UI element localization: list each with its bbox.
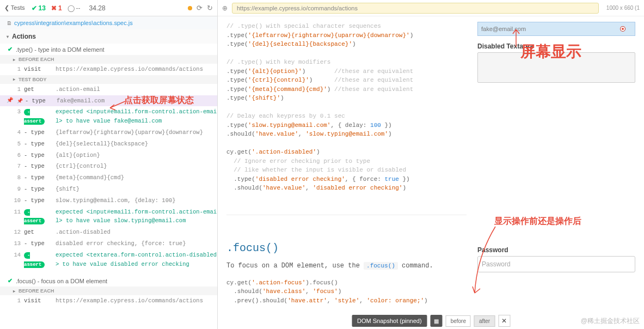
code-line: .prev().should('have.attr', 'style', 'co… xyxy=(226,296,467,306)
caret-icon[interactable]: ▸ xyxy=(13,57,15,62)
code-line: // .type() with special character sequen… xyxy=(226,22,467,31)
command-row[interactable]: 3- assertexpected <input#email1.form-con… xyxy=(0,106,217,127)
command-row[interactable]: 7- type{ctrl}{control} xyxy=(0,161,217,172)
code-line xyxy=(226,49,467,58)
test-row[interactable]: ✔ .focus() - focus on a DOM element xyxy=(0,275,217,287)
code-line: // Delay each keypress by 0.1 sec xyxy=(226,112,467,121)
command-row[interactable]: 9- type{shift} xyxy=(0,184,217,195)
code-line xyxy=(226,103,467,112)
url-bar: ⊕ https://example.cypress.io/commands/ac… xyxy=(218,0,644,16)
duration: 34.28 xyxy=(89,4,106,12)
code-line: .type('{ctrl}{control}') //these are equ… xyxy=(226,76,467,85)
test-row[interactable]: ✔ .type() - type into a DOM element xyxy=(0,44,217,55)
snapshot-label: DOM Snapshot (pinned) xyxy=(352,315,427,327)
snapshot-highlight-icon[interactable]: ▦ xyxy=(431,315,443,327)
caret-icon[interactable]: ▸ xyxy=(13,289,15,294)
code-line: .type('slow.typing@email.com', { delay: … xyxy=(226,121,467,130)
spec-file-path[interactable]: 🗎 cypress\integration\examples\actions.s… xyxy=(0,16,217,29)
check-icon: ✔ xyxy=(8,277,13,284)
code-line: .type('{del}{selectall}{backspace}') xyxy=(226,40,467,49)
inline-code: .focus() xyxy=(364,262,398,270)
code-line: .should('have.class', 'focus') xyxy=(226,287,467,296)
assert-badge: - assert xyxy=(24,252,45,268)
command-row[interactable]: 1get.action-email xyxy=(0,84,217,95)
code-line: // like whether the input is visible or … xyxy=(226,166,467,175)
command-row[interactable]: 1 visit https://example.cypress.io/comma… xyxy=(0,64,217,75)
fail-count: ✖ 1 xyxy=(51,4,62,12)
pin-icon: 📌 xyxy=(7,96,13,105)
focus-description: To focus on a DOM element, use the .focu… xyxy=(226,261,467,271)
code-example: // .type() with special character sequen… xyxy=(226,22,467,324)
code-line: .type('{leftarrow}{rightarrow}{uparrow}{… xyxy=(226,31,467,40)
code-line: // .type() with key modifiers xyxy=(226,58,467,67)
assert-badge: - assert xyxy=(24,209,45,225)
command-row[interactable]: 4- type{leftarrow}{rightarrow}{uparrow}{… xyxy=(0,127,217,138)
caret-icon[interactable]: ▾ xyxy=(7,34,9,39)
command-row[interactable]: 1 visit https://example.cypress.io/comma… xyxy=(0,295,217,307)
code-line: .should('have.value', 'slow.typing@email… xyxy=(226,130,467,139)
command-row[interactable]: 10- typeslow.typing@email.com, {delay: 1… xyxy=(0,195,217,206)
disabled-textarea-label: Disabled Textarea xyxy=(477,42,635,50)
check-icon: ✔ xyxy=(8,46,13,53)
password-input-preview[interactable]: Password xyxy=(477,256,635,272)
command-row[interactable]: 📌- typefake@email.com xyxy=(0,95,217,107)
disabled-textarea-preview xyxy=(477,52,635,83)
status-dot-icon xyxy=(188,6,192,10)
url-display[interactable]: https://example.cypress.io/commands/acti… xyxy=(232,3,599,14)
suite-title[interactable]: ▾ Actions xyxy=(0,29,217,44)
command-row[interactable]: 11- assertexpected <input#email1.form-co… xyxy=(0,206,217,227)
code-line: .type('{shift}') xyxy=(226,94,467,103)
header-bar: ❮ Tests ✔ 13 ✖ 1 ◯ -- 34.28 ⟳ ↻ xyxy=(0,0,217,16)
caret-icon[interactable]: ▸ xyxy=(13,77,15,82)
command-row[interactable]: 13- typedisabled error checking, {force:… xyxy=(0,238,217,249)
code-line xyxy=(226,139,467,148)
test-body-label: ▸ TEST BODY xyxy=(0,75,217,84)
before-each-label: ▸ BEFORE EACH xyxy=(0,55,217,64)
code-line: // Ignore error checking prior to type xyxy=(226,157,467,166)
code-line: .type('disabled error checking', { force… xyxy=(226,175,467,184)
viewport-dims: 1000 x 660 (1 xyxy=(606,5,640,11)
back-button[interactable]: ❮ Tests xyxy=(4,4,25,11)
pass-count: ✔ 13 xyxy=(32,4,46,12)
command-row[interactable]: 14- assertexpected <textarea.form-contro… xyxy=(0,249,217,270)
before-button[interactable]: before xyxy=(446,315,471,327)
pending-count: ◯ -- xyxy=(68,4,81,12)
reload-icon[interactable]: ⟳ xyxy=(197,4,203,12)
file-icon: 🗎 xyxy=(7,20,12,26)
before-each-label: ▸ BEFORE EACH xyxy=(0,287,217,295)
preview-column: fake@email.com Disabled Textarea Passwor… xyxy=(477,22,635,324)
command-log-panel: ❮ Tests ✔ 13 ✖ 1 ◯ -- 34.28 ⟳ ↻ 🗎 cypres… xyxy=(0,0,218,329)
focus-heading: .focus() xyxy=(226,240,467,257)
file-path-text: cypress\integration\examples\actions.spe… xyxy=(14,20,133,26)
watermark: @稀土掘金技术社区 xyxy=(581,316,640,326)
command-row[interactable]: 8- type{meta}{command}{cmd} xyxy=(0,172,217,184)
assert-badge: - assert xyxy=(24,109,45,125)
command-row[interactable]: 12get.action-disabled xyxy=(0,227,217,238)
snapshot-bar: DOM Snapshot (pinned) ▦ before after ✕ xyxy=(352,315,510,327)
code-line: .type('{alt}{option}') //these are equiv… xyxy=(226,67,467,76)
close-snapshot-button[interactable]: ✕ xyxy=(498,315,510,327)
highlight-dot-icon xyxy=(621,27,625,31)
password-label: Password xyxy=(477,246,635,254)
app-preview-panel: ⊕ https://example.cypress.io/commands/ac… xyxy=(218,0,644,329)
command-row[interactable]: 5- type{del}{selectall}{backspace} xyxy=(0,138,217,150)
email-input-preview[interactable]: fake@email.com xyxy=(477,22,635,36)
restart-icon[interactable]: ↻ xyxy=(207,4,213,12)
code-line: cy.get('.action-disabled') xyxy=(226,148,467,157)
code-line: cy.get('.action-focus').focus() xyxy=(226,278,467,288)
after-button[interactable]: after xyxy=(474,315,495,327)
selector-playground-icon[interactable]: ⊕ xyxy=(222,4,228,12)
code-line: .type('{meta}{command}{cmd}') //these ar… xyxy=(226,85,467,94)
command-row[interactable]: 6- type{alt}{option} xyxy=(0,150,217,161)
code-line: .should('have.value', 'disabled error ch… xyxy=(226,184,467,193)
